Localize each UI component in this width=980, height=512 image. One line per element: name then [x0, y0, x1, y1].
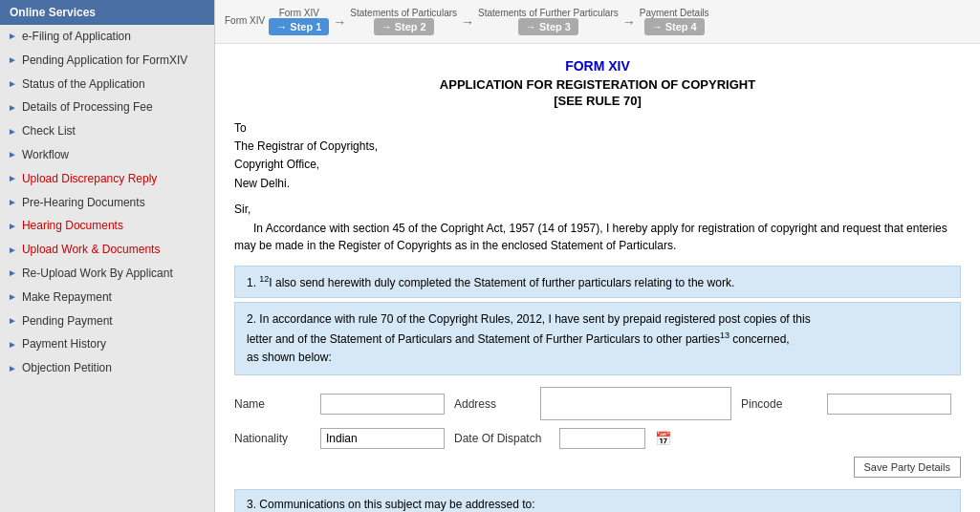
party-fields-row1: Name Address Pincode: [234, 387, 961, 420]
sidebar-item-payment-history[interactable]: ► Payment History: [0, 332, 214, 356]
form-subtitle: APPLICATION FOR REGISTERATION OF COPYRIG…: [234, 77, 961, 92]
city: New Delhi.: [234, 175, 961, 193]
sidebar-item-pending-form14[interactable]: ► Pending Application for FormXIV: [0, 49, 214, 73]
step4-title: Payment Details: [640, 8, 709, 18]
sidebar: Online Services ► e-Filing of Applicatio…: [0, 0, 215, 512]
bullet-icon: ►: [8, 267, 17, 280]
step2-title: Statements of Particulars: [350, 8, 457, 18]
bullet-icon: ►: [8, 172, 17, 185]
date-dispatch-label: Date Of Dispatch: [454, 432, 550, 445]
name-input[interactable]: [320, 394, 445, 415]
address-label: Address: [454, 397, 531, 411]
sidebar-item-re-upload[interactable]: ► Re-Upload Work By Applicant: [0, 262, 214, 286]
sidebar-item-hearing-docs[interactable]: ► Hearing Documents: [0, 214, 214, 238]
bullet-icon: ►: [8, 244, 17, 257]
clause3-text: 3. Communications on this subject may be…: [247, 498, 535, 511]
save-party-button[interactable]: Save Party Details: [854, 457, 961, 478]
pincode-label: Pincode: [741, 397, 817, 411]
arrow-3: →: [622, 14, 636, 30]
form-body: FORM XIV APPLICATION FOR REGISTERATION O…: [215, 44, 980, 512]
address-block: To The Registrar of Copyrights, Copyrigh…: [234, 119, 961, 193]
step2-box[interactable]: → Step 2: [374, 18, 434, 35]
clause3-box: 3. Communications on this subject may be…: [234, 489, 961, 512]
clause2-line2: letter and of the Statement of Particula…: [247, 329, 948, 349]
arrow-1: →: [333, 14, 346, 30]
sidebar-item-make-repayment[interactable]: ► Make Repayment: [0, 286, 214, 309]
bullet-icon: ►: [8, 290, 17, 304]
sidebar-header: Online Services: [0, 0, 214, 25]
sidebar-item-efiling[interactable]: ► e-Filing of Application: [0, 25, 214, 49]
sidebar-item-workflow[interactable]: ► Workflow: [0, 143, 214, 167]
clause2-box: 2. In accordance with rule 70 of the Cop…: [234, 302, 961, 376]
party-fields-row2: Nationality Date Of Dispatch 📅: [234, 428, 961, 449]
stepper: Form XIV Form XIV → Step 1 → Statements …: [215, 0, 980, 44]
to-line: To: [234, 119, 961, 138]
office: Copyright Office,: [234, 156, 961, 174]
bullet-icon: ►: [8, 220, 17, 233]
bullet-icon: ►: [8, 362, 17, 375]
date-dispatch-input[interactable]: [559, 428, 645, 449]
sidebar-item-checklist[interactable]: ► Check List: [0, 119, 214, 143]
clause2-line3: as shown below:: [247, 349, 948, 367]
bullet-icon: ►: [8, 77, 17, 91]
sidebar-item-status[interactable]: ► Status of the Application: [0, 73, 214, 96]
bullet-icon: ►: [8, 30, 17, 43]
bullet-icon: ►: [8, 338, 17, 352]
step1-box[interactable]: → Step 1: [269, 18, 329, 35]
sidebar-item-upload-work[interactable]: ► Upload Work & Documents: [0, 238, 214, 262]
step1-title: Form XIV: [279, 8, 319, 18]
arrow-2: →: [461, 14, 474, 30]
sidebar-item-processing-fee[interactable]: ► Details of Processing Fee: [0, 96, 214, 119]
step-1: Form XIV: [225, 15, 265, 28]
bullet-icon: ►: [8, 148, 17, 161]
sidebar-item-objection[interactable]: ► Objection Petition: [0, 356, 214, 380]
step3-box[interactable]: → Step 3: [518, 18, 578, 35]
address-input[interactable]: [540, 387, 731, 420]
salutation: Sir,: [234, 203, 961, 216]
bullet-icon: ►: [8, 53, 17, 67]
body-text: In Accordance with section 45 of the Cop…: [234, 220, 961, 254]
nationality-input[interactable]: [320, 428, 445, 449]
nationality-label: Nationality: [234, 432, 311, 445]
form-title: FORM XIV: [234, 58, 961, 74]
sidebar-item-pre-hearing[interactable]: ► Pre-Hearing Documents: [0, 191, 214, 215]
addressee: The Registrar of Copyrights,: [234, 138, 961, 156]
bullet-icon: ►: [8, 196, 17, 209]
clause2-line1: 2. In accordance with rule 70 of the Cop…: [247, 310, 948, 329]
step3-title: Statements of Further Particulars: [478, 8, 619, 18]
sidebar-item-pending-payment[interactable]: ► Pending Payment: [0, 309, 214, 333]
main-content: Form XIV Form XIV → Step 1 → Statements …: [215, 0, 980, 512]
bullet-icon: ►: [8, 101, 17, 115]
form-subtitle2: [SEE RULE 70]: [234, 94, 961, 108]
step4-box[interactable]: → Step 4: [644, 18, 705, 35]
step1-label: Form XIV: [225, 15, 265, 26]
calendar-icon[interactable]: 📅: [655, 431, 671, 446]
clause1-box: 1. 12I also send herewith duly completed…: [234, 266, 961, 298]
pincode-input[interactable]: [827, 394, 951, 415]
name-label: Name: [234, 397, 311, 411]
clause1-text: 1. 12I also send herewith duly completed…: [247, 276, 734, 289]
bullet-icon: ►: [8, 314, 17, 328]
bullet-icon: ►: [8, 125, 17, 139]
sidebar-item-upload-discrepancy[interactable]: ► Upload Discrepancy Reply: [0, 167, 214, 191]
